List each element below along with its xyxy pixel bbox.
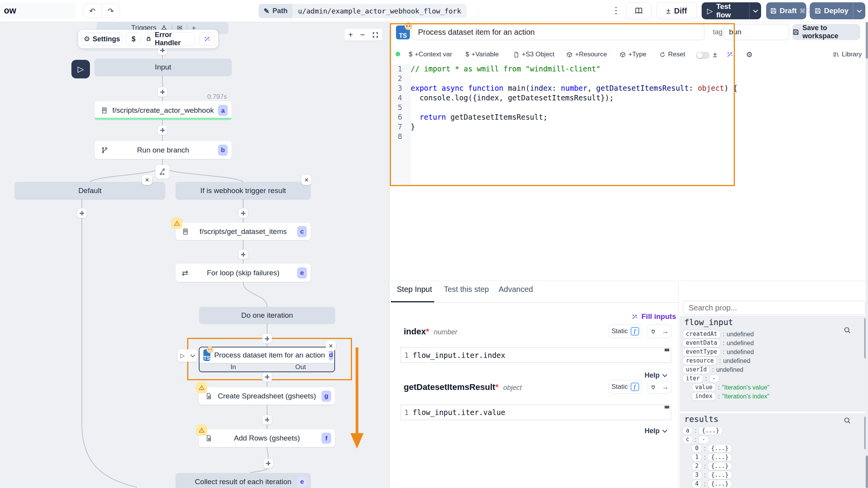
node-input-handle[interactable]: In — [200, 363, 267, 371]
variables-button[interactable]: $ — [126, 32, 141, 46]
redo-icon[interactable]: ↷ — [102, 4, 120, 18]
node-branch-if-webhook[interactable]: If is webhook trigger result × — [176, 182, 311, 199]
test-flow-dropdown[interactable] — [749, 2, 761, 19]
ai-assistant-button[interactable] — [199, 32, 215, 46]
prop-row[interactable]: value:"Iteration's value" — [683, 383, 861, 392]
node-branch-default[interactable]: Default × — [15, 182, 165, 199]
reset-button[interactable]: Reset — [659, 50, 685, 59]
connect-input-controls[interactable]: → — [647, 380, 672, 394]
expr-input-getdatesetitemsresult[interactable]: 1 flow_input.iter.value — [401, 405, 671, 420]
add-resource-button[interactable]: +Resource — [566, 50, 607, 59]
node-add-rows[interactable]: Add Rows (gsheets) f — [199, 429, 335, 447]
zoom-out-icon[interactable]: − — [360, 30, 365, 39]
expand-icon[interactable] — [372, 32, 379, 38]
run-flow-button[interactable]: ▷ — [71, 60, 90, 78]
prop-row[interactable]: userId:undefined — [683, 365, 861, 374]
window-scrollbar-thumb[interactable] — [866, 456, 868, 488]
search-prop-input[interactable] — [683, 301, 866, 315]
insert-step-button[interactable] — [157, 125, 168, 135]
test-flow-button[interactable]: ▷ Test flow — [702, 2, 761, 19]
tab-advanced[interactable]: Advanced — [499, 285, 533, 294]
path-value[interactable]: u/admin/example_actor_webhook_flow_fork — [293, 4, 467, 18]
diff-small-icon[interactable]: ± — [713, 50, 717, 59]
node-create-spreadsheet[interactable]: Create Spreadsheet (gsheets) g — [199, 387, 335, 405]
run-step-icon[interactable]: ▷ — [178, 352, 188, 359]
insert-step-button[interactable] — [262, 334, 272, 344]
add-variable-button[interactable]: $ +Variable — [465, 50, 499, 59]
window-scrollbar-thumb[interactable] — [866, 22, 868, 59]
results-tree[interactable]: a:{...}c:-0:{...}1:{...}2:{...}3:{...}4:… — [683, 426, 861, 488]
node-get-dataset-items[interactable]: f/scripts/get_dataset_items c — [176, 223, 311, 240]
settings-button[interactable]: ⚙ Settings — [81, 32, 122, 46]
fill-inputs-button[interactable]: Fill inputs — [631, 312, 676, 321]
docs-button[interactable] — [626, 2, 651, 19]
deploy-dropdown[interactable] — [853, 2, 865, 19]
add-context-var-button[interactable]: $ +Context var — [409, 50, 452, 59]
editor-settings-icon[interactable]: ⚙ — [746, 50, 753, 59]
flow-input-tree[interactable]: createdAt:undefinedeventData:undefinedev… — [683, 330, 861, 401]
diff-button[interactable]: ± Diff — [656, 2, 697, 19]
prop-row[interactable]: index:"Iteration's index" — [683, 392, 861, 401]
prop-row[interactable]: resource:undefined — [683, 356, 861, 365]
kebab-menu-icon[interactable]: ⋮ — [611, 5, 621, 16]
node-for-loop[interactable]: ⇄ For loop (skip failures) e — [176, 264, 311, 282]
prop-row[interactable]: c:- — [683, 435, 861, 444]
flow-graph-canvas[interactable]: Triggers ✉ + ⚙ Settings $ Error Handler — [0, 22, 389, 488]
node-run-one-branch[interactable]: Run one branch b — [95, 141, 232, 159]
node-do-one-iteration[interactable]: Do one iteration — [199, 307, 335, 324]
connect-input-controls[interactable]: → — [647, 324, 672, 338]
prop-row[interactable]: eventType:undefined — [683, 347, 861, 356]
undo-icon[interactable]: ↶ — [83, 4, 102, 18]
error-handler-button[interactable]: Error Handler — [145, 32, 195, 46]
insert-step-button[interactable] — [238, 249, 248, 259]
path-control[interactable]: ✎ Path u/admin/example_actor_webhook_flo… — [259, 4, 467, 18]
flow-summary-box[interactable]: ow — [0, 2, 76, 19]
prop-row[interactable]: a:{...} — [683, 426, 861, 435]
window-scrollbar[interactable] — [866, 22, 868, 488]
add-branch-button[interactable] — [156, 165, 169, 179]
static-mode-toggle[interactable]: Static f — [608, 324, 642, 338]
insert-step-button[interactable] — [263, 458, 273, 468]
deploy-button[interactable]: Deploy — [810, 2, 865, 19]
prop-row[interactable]: 0:{...} — [683, 444, 861, 453]
code-editor[interactable]: 1// import * as wmill from "windmill-cli… — [390, 64, 733, 141]
run-step-dropdown[interactable] — [188, 355, 198, 357]
help-link[interactable]: Help — [645, 371, 667, 380]
editor-toggle[interactable] — [696, 52, 710, 59]
node-process-dataset-item[interactable]: × TS Process dataset item for an action … — [199, 347, 335, 372]
delete-branch-icon[interactable]: × — [142, 175, 152, 185]
node-input[interactable]: Input — [95, 59, 232, 76]
prop-row[interactable]: 4:{...} — [683, 480, 861, 488]
help-link[interactable]: Help — [645, 427, 667, 435]
tab-test-this-step[interactable]: Test this step — [444, 285, 489, 294]
tab-step-input[interactable]: Step Input — [397, 285, 432, 294]
prop-row[interactable]: eventData:undefined — [683, 339, 861, 347]
add-type-button[interactable]: +Type — [619, 50, 646, 59]
expr-input-index[interactable]: 1 flow_input.iter.index — [401, 347, 671, 363]
insert-step-button[interactable] — [262, 372, 272, 382]
node-collect-result[interactable]: Collect result of each iteration e — [176, 473, 311, 488]
insert-step-button[interactable] — [238, 208, 248, 218]
ai-magic-wand-icon[interactable] — [726, 50, 734, 59]
add-s3-object-button[interactable]: +S3 Object — [513, 50, 555, 59]
static-mode-toggle[interactable]: Static f — [608, 380, 642, 394]
tag-input[interactable] — [724, 24, 789, 40]
delete-step-icon[interactable]: × — [326, 341, 336, 351]
zoom-in-icon[interactable]: + — [348, 30, 353, 39]
insert-step-button[interactable] — [77, 208, 87, 218]
prop-row[interactable]: 2:{...} — [683, 462, 861, 471]
search-icon[interactable] — [843, 416, 851, 425]
prop-row[interactable]: 3:{...} — [683, 471, 861, 480]
delete-branch-icon[interactable]: × — [301, 175, 311, 185]
step-title-input[interactable] — [412, 24, 704, 40]
node-output-handle[interactable]: Out — [267, 363, 335, 371]
insert-step-button[interactable] — [262, 415, 272, 425]
insert-step-button[interactable] — [157, 87, 168, 97]
prop-row[interactable]: 1:{...} — [683, 453, 861, 462]
save-to-workspace-button[interactable]: Save to workspace — [792, 24, 860, 40]
prop-row[interactable]: createdAt:undefined — [683, 330, 861, 339]
library-button[interactable]: Library — [832, 50, 862, 59]
prop-row[interactable]: iter:- — [683, 374, 861, 383]
node-create-actor-webhook[interactable]: f/scripts/create_actor_webhook a — [95, 101, 232, 120]
draft-button[interactable]: Draft ⌘S — [766, 2, 806, 19]
